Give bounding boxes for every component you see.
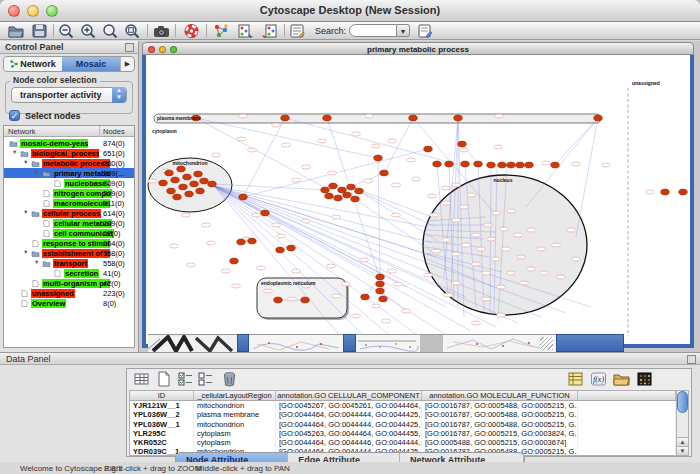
- gene-node[interactable]: [376, 274, 385, 280]
- background-window-fragment[interactable]: [249, 334, 343, 352]
- background-window-fragment[interactable]: [356, 334, 420, 352]
- column-header-reg[interactable]: _cellularLayoutRegion: [194, 391, 276, 400]
- network-view-icon[interactable]: [213, 23, 230, 39]
- gene-label-oval[interactable]: [444, 293, 453, 297]
- gene-label-oval[interactable]: [542, 161, 551, 165]
- gene-label-oval[interactable]: [442, 201, 451, 205]
- gene-label-oval[interactable]: [467, 193, 476, 197]
- edge[interactable]: [285, 118, 460, 165]
- tree-row-secretion[interactable]: secretion41(0): [4, 268, 134, 278]
- gene-node[interactable]: [433, 161, 442, 167]
- tab-overflow-arrow-icon[interactable]: ▶: [120, 57, 134, 71]
- gene-label-oval[interactable]: [442, 238, 451, 242]
- gene-node[interactable]: [355, 188, 364, 194]
- gene-label-oval[interactable]: [472, 233, 481, 237]
- open-file-icon[interactable]: [8, 23, 25, 39]
- gene-node[interactable]: [474, 161, 483, 167]
- gene-label-oval[interactable]: [257, 266, 266, 270]
- search-config-icon[interactable]: [417, 23, 434, 39]
- gene-label-oval[interactable]: [207, 241, 216, 245]
- background-window-fragment[interactable]: [420, 334, 443, 352]
- gene-label-oval[interactable]: [372, 144, 381, 148]
- gene-label-oval[interactable]: [452, 218, 461, 222]
- gene-node[interactable]: [551, 162, 560, 168]
- gene-label-oval[interactable]: [352, 314, 361, 318]
- gene-node[interactable]: [498, 162, 507, 168]
- gene-node[interactable]: [281, 115, 290, 121]
- gene-node[interactable]: [516, 162, 525, 168]
- tree-expander-icon[interactable]: ▼: [23, 159, 28, 165]
- gene-node[interactable]: [679, 189, 688, 195]
- gene-label-oval[interactable]: [365, 114, 374, 118]
- gene-label-oval[interactable]: [514, 233, 523, 237]
- gene-label-oval[interactable]: [502, 247, 511, 251]
- gene-node[interactable]: [409, 115, 418, 121]
- gene-label-oval[interactable]: [302, 219, 311, 223]
- gene-label-oval[interactable]: [388, 269, 397, 273]
- attribute-list-icon[interactable]: [567, 371, 584, 387]
- gene-label-oval[interactable]: [352, 132, 361, 136]
- tree-row-multi-organism-pro[interactable]: multi-organism pro42(0): [4, 278, 134, 288]
- tree-row-response-to-stimulu[interactable]: response to stimulu264(0): [4, 238, 134, 248]
- gene-label-oval[interactable]: [462, 243, 471, 247]
- gene-node[interactable]: [507, 162, 516, 168]
- gene-label-oval[interactable]: [394, 282, 403, 286]
- gene-label-oval[interactable]: [460, 148, 469, 152]
- gene-node[interactable]: [165, 170, 174, 176]
- gene-node[interactable]: [525, 162, 534, 168]
- gene-node[interactable]: [230, 258, 239, 264]
- gene-label-oval[interactable]: [482, 297, 491, 301]
- gene-node[interactable]: [379, 296, 388, 302]
- gene-label-oval[interactable]: [500, 227, 509, 231]
- gene-label-oval[interactable]: [497, 313, 506, 317]
- import-attributes-icon[interactable]: [613, 371, 630, 387]
- float-data-panel-icon[interactable]: [687, 355, 696, 364]
- tab-mosaic[interactable]: Mosaic: [62, 57, 120, 71]
- tree-row-mosaic-demo-yeast[interactable]: mosaic-demo-yeast874(0): [4, 138, 134, 148]
- gene-label-oval[interactable]: [602, 163, 611, 167]
- background-window-fragment[interactable]: [237, 334, 249, 352]
- gene-node[interactable]: [301, 297, 310, 303]
- gene-node[interactable]: [248, 238, 257, 244]
- gene-node[interactable]: [179, 184, 188, 190]
- tree-row-cellular-metabol[interactable]: cellular metabol209(0): [4, 218, 134, 228]
- gene-label-oval[interactable]: [388, 139, 397, 143]
- gene-label-oval[interactable]: [432, 249, 441, 253]
- tree-expander-icon[interactable]: ▼: [12, 149, 17, 155]
- gene-node[interactable]: [276, 247, 285, 253]
- gene-node[interactable]: [190, 181, 199, 187]
- scroll-down-icon[interactable]: ▼: [677, 446, 688, 455]
- gene-node[interactable]: [194, 171, 203, 177]
- window-resize-grip[interactable]: [540, 337, 553, 350]
- gene-label-oval[interactable]: [487, 237, 496, 241]
- gene-label-oval[interactable]: [557, 275, 566, 279]
- gene-label-oval[interactable]: [372, 304, 381, 308]
- tree-row-cellular-process[interactable]: ▼cellular process614(0): [4, 208, 134, 218]
- gene-node[interactable]: [237, 239, 246, 245]
- gene-label-oval[interactable]: [472, 262, 481, 266]
- gene-label-oval[interactable]: [412, 177, 421, 181]
- gene-label-oval[interactable]: [292, 269, 301, 273]
- gene-label-oval[interactable]: [148, 179, 157, 183]
- edge[interactable]: [359, 191, 436, 227]
- layout-import-icon[interactable]: [237, 23, 254, 39]
- search-input[interactable]: [349, 24, 397, 37]
- gene-node[interactable]: [445, 161, 454, 167]
- tree-row-primary-metabo[interactable]: ▼primary metabo209(...: [4, 168, 134, 178]
- gene-label-oval[interactable]: [272, 223, 281, 227]
- gene-label-oval[interactable]: [484, 223, 493, 227]
- attribute-table[interactable]: ID_cellularLayoutRegionannotation.GO CEL…: [129, 390, 677, 456]
- gene-label-oval[interactable]: [482, 271, 491, 275]
- gene-node[interactable]: [323, 115, 332, 121]
- table-row-ylr295c[interactable]: YLR295Ccytoplasm[GO:0045263, GO:0044464,…: [130, 429, 676, 438]
- gene-label-oval[interactable]: [232, 284, 241, 288]
- zoom-selected-icon[interactable]: [124, 23, 141, 39]
- edge[interactable]: [365, 277, 380, 297]
- gene-label-oval[interactable]: [567, 228, 576, 232]
- gene-node[interactable]: [239, 194, 248, 200]
- select-attributes-icon[interactable]: [177, 371, 194, 387]
- column-header-mf[interactable]: annotation.GO MOLECULAR_FUNCTION: [422, 391, 578, 400]
- gene-label-oval[interactable]: [424, 273, 433, 277]
- edge[interactable]: [196, 118, 378, 158]
- column-header-id[interactable]: ID: [130, 391, 194, 400]
